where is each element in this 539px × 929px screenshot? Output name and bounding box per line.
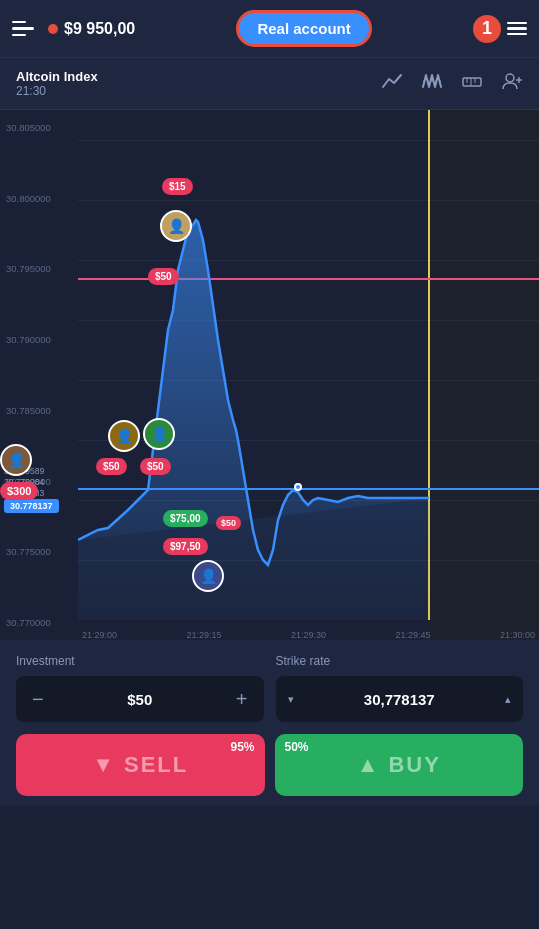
trade-bubble-50-1: $50	[148, 268, 179, 285]
sell-button[interactable]: 95% ▼ SELL	[16, 734, 265, 796]
chart-dot	[294, 483, 302, 491]
buy-percent: 50%	[285, 740, 309, 754]
header-left: $9 950,00	[12, 20, 135, 38]
balance-dot	[48, 24, 58, 34]
toolbar: Altcoin Index 21:30	[0, 58, 539, 110]
buy-button-label: ▲ BUY	[357, 752, 441, 778]
asset-info: Altcoin Index 21:30	[16, 69, 98, 98]
avatar-1: 👤	[160, 210, 192, 242]
strike-rate-down-button[interactable]: ▾	[288, 694, 294, 705]
price-stack-item-active: 30.778137	[4, 499, 59, 513]
trade-bubble-50-3: $50	[140, 458, 171, 475]
investment-block: Investment − $50 +	[16, 654, 264, 722]
buy-button[interactable]: 50% ▲ BUY	[275, 734, 524, 796]
hamburger-icon[interactable]	[12, 21, 34, 37]
options-icon[interactable]	[507, 22, 527, 36]
strike-rate-block: Strike rate ▾ 30,778137 ▴	[276, 654, 524, 722]
buy-chevron-up-icon: ▲	[357, 752, 381, 778]
trade-bubble-75: $75,00	[163, 510, 208, 527]
balance-area: $9 950,00	[48, 20, 135, 38]
sell-percent: 95%	[230, 740, 254, 754]
x-label: 21:29:30	[291, 630, 326, 640]
y-label: 30.805000	[6, 122, 72, 133]
chart-svg	[78, 110, 429, 620]
notification-area: 1	[473, 15, 527, 43]
action-row: 95% ▼ SELL 50% ▲ BUY	[16, 734, 523, 796]
controls-row: Investment − $50 + Strike rate ▾ 30,7781…	[16, 654, 523, 722]
x-label: 21:29:00	[82, 630, 117, 640]
ruler-icon[interactable]	[461, 73, 483, 94]
real-account-button[interactable]: Real account	[236, 10, 371, 47]
avatar-3: 👤	[143, 418, 175, 450]
investment-minus-button[interactable]: −	[28, 689, 48, 709]
investment-plus-button[interactable]: +	[232, 689, 252, 709]
strike-rate-label: Strike rate	[276, 654, 524, 668]
avatar-4: 👤	[0, 444, 32, 476]
trade-bubble-50-2: $50	[96, 458, 127, 475]
asset-time: 21:30	[16, 84, 46, 98]
bottom-section: Investment − $50 + Strike rate ▾ 30,7781…	[0, 640, 539, 806]
sell-button-label: ▼ SELL	[92, 752, 188, 778]
trade-bubble-300: $300	[0, 482, 38, 500]
investment-input-row: − $50 +	[16, 676, 264, 722]
toolbar-icons	[381, 72, 523, 95]
asset-name: Altcoin Index	[16, 69, 98, 84]
oscillator-icon[interactable]	[421, 73, 443, 94]
investment-value: $50	[127, 691, 152, 708]
trade-bubble-97: $97,50	[163, 538, 208, 555]
trend-icon[interactable]	[381, 73, 403, 94]
trade-bubble-15: $15	[162, 178, 193, 195]
avatar-5: 👤	[192, 560, 224, 592]
sell-chevron-down-icon: ▼	[92, 752, 116, 778]
notification-count[interactable]: 1	[473, 15, 501, 43]
trade-bubble-50-4: $50	[216, 516, 241, 530]
header: $9 950,00 Real account 1	[0, 0, 539, 58]
avatar-2: 👤	[108, 420, 140, 452]
strike-rate-input-row: ▾ 30,778137 ▴	[276, 676, 524, 722]
y-label: 30.770000	[6, 617, 72, 628]
y-label: 30.790000	[6, 334, 72, 345]
y-label: 30.795000	[6, 263, 72, 274]
y-label: 30.785000	[6, 405, 72, 416]
x-label: 21:29:45	[395, 630, 430, 640]
investment-label: Investment	[16, 654, 264, 668]
svg-rect-1	[463, 78, 481, 86]
balance-value: $9 950,00	[64, 20, 135, 38]
y-label: 30.800000	[6, 193, 72, 204]
add-user-icon[interactable]	[501, 72, 523, 95]
strike-rate-up-button[interactable]: ▴	[505, 694, 511, 705]
y-label: 30.775000	[6, 546, 72, 557]
svg-point-5	[506, 74, 514, 82]
chart-area: 30.805000 30.800000 30.795000 30.790000 …	[0, 110, 539, 640]
strike-rate-value: 30,778137	[364, 691, 435, 708]
y-axis-labels: 30.805000 30.800000 30.795000 30.790000 …	[0, 110, 78, 640]
x-label: 21:29:15	[186, 630, 221, 640]
future-zone	[429, 110, 539, 640]
